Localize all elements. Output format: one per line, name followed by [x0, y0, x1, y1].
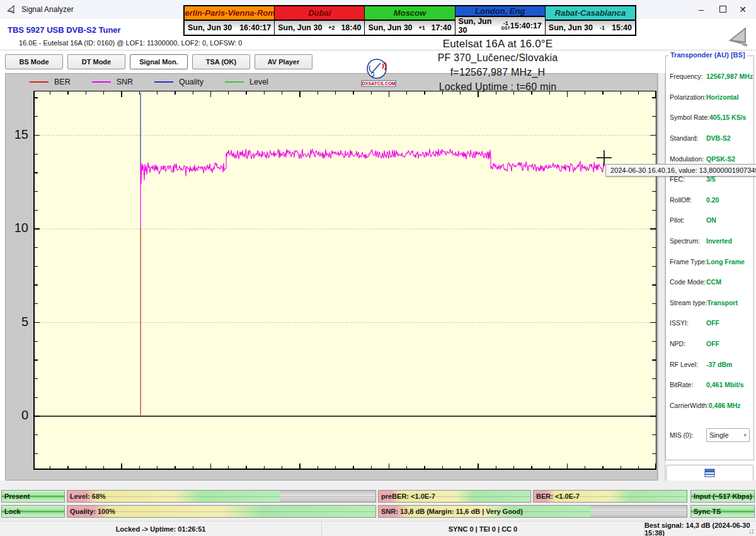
- signal-indicators: PresentLevel: 68%preBER: <1.0E-7BER: <1.…: [0, 481, 756, 521]
- legend-swatch: [154, 81, 173, 83]
- legend-label: BER: [54, 78, 71, 86]
- mis-row: MIS (0): Single ▾: [670, 428, 750, 442]
- transponder-label: Frame Type:: [670, 258, 707, 265]
- y-axis-label-15: 15: [9, 127, 28, 142]
- clock-utc-offset: +1: [418, 25, 425, 30]
- minimize-button[interactable]: –: [690, 0, 712, 19]
- clock-1: DubaiSun, Jun 30+218:40: [274, 6, 364, 35]
- transponder-label: Spectrum:: [670, 237, 706, 245]
- transponder-value: 0,486 MHz: [709, 402, 741, 409]
- transponder-value: 0.20: [706, 196, 719, 204]
- clock-value: 15:40: [612, 23, 632, 32]
- transponder-label: FEC:: [670, 175, 706, 183]
- indicator-bar-snr: SNR: 13,8 dB (Margin: 11,6 dB | Very Goo…: [378, 505, 687, 518]
- legend-item-snr: SNR: [92, 78, 133, 86]
- location-title: PF 370_Lučenec/Slovakia: [372, 52, 624, 64]
- transponder-row-issyi-: ISSYI:OFF: [670, 313, 752, 334]
- transponder-row-symbol-rate-: Symbol Rate:405,15 KS/s: [670, 107, 752, 128]
- transponder-label: Modulation:: [670, 155, 706, 163]
- signal-analyzer-window: Signal Analyzer – ✕ Berlin-Paris-Vienna-…: [0, 0, 756, 536]
- clock-3: London, EngSun, Jun 30-1DST15:40:17: [455, 6, 545, 35]
- transponder-label: Symbol Rate:: [670, 114, 709, 121]
- satellite-dish-icon: [726, 24, 751, 50]
- mode-button-signal-mon-[interactable]: Signal Mon.: [130, 54, 188, 69]
- clock-4: Rabat-CasablancaSun, Jun 30-115:40: [545, 6, 635, 35]
- clock-date: Sun, Jun 30: [368, 23, 412, 32]
- transponder-value: 405,15 KS/s: [709, 114, 746, 121]
- tuner-details: 16.0E - Eutelsat 16A (ID: 0160) @ LOF1: …: [19, 39, 242, 47]
- transponder-row-carrierwidth-: CarrierWidth:0,486 MHz: [670, 395, 752, 416]
- frequency-title: f=12567,987 MHz_H: [372, 67, 624, 78]
- clock-date: Sun, Jun 30: [188, 23, 232, 32]
- indicator-label: SNR: 13,8 dB (Margin: 11,6 dB | Very Goo…: [381, 508, 523, 515]
- transponder-label: RF Level:: [670, 361, 706, 368]
- clock-value: 15:40:17: [510, 21, 542, 30]
- mode-button-dt-mode[interactable]: DT Mode: [67, 54, 125, 69]
- transponder-row-frame-type-: Frame Type:Long Frame: [670, 251, 752, 272]
- mis-select[interactable]: Single ▾: [706, 428, 750, 442]
- y-axis-label-5: 5: [9, 315, 28, 329]
- clock-city: Moscow: [365, 6, 454, 21]
- clock-time: Sun, Jun 3016:40:17: [185, 21, 274, 35]
- mode-button-bs-mode[interactable]: BS Mode: [5, 54, 63, 69]
- transponder-panel: Transponder (AU) [BS] Frequency:12567,98…: [665, 55, 754, 460]
- indicator-label: preBER: <1.0E-7: [381, 492, 435, 500]
- legend-item-level: Level: [225, 78, 268, 86]
- transponder-row-frequency-: Frequency:12567,987 MHz: [670, 66, 752, 87]
- y-axis-label-10: 10: [9, 221, 28, 235]
- transponder-value: Long Frame: [707, 258, 745, 265]
- indicator-bar-level: Level: 68%: [67, 490, 376, 503]
- transponder-value: QPSK-S2: [706, 155, 735, 163]
- transponder-panel-title: Transponder (AU) [BS]: [668, 51, 747, 59]
- clock-time: Sun, Jun 30+218:40: [275, 21, 364, 35]
- mode-button-av-player[interactable]: AV Player: [255, 54, 312, 69]
- clock-date: Sun, Jun 30: [278, 23, 322, 32]
- clock-city: Dubai: [275, 6, 364, 21]
- signal-chart-plot[interactable]: [33, 91, 656, 472]
- clock-utc-offset: -1DST: [501, 21, 510, 31]
- transponder-label: BitRate:: [670, 381, 706, 388]
- transponder-row-polarization-: Polarization:Horizontal: [670, 87, 752, 108]
- mode-button-tsa-ok-[interactable]: TSA (OK): [192, 54, 250, 69]
- indicator-bar-sync-ts: Sync TS: [690, 505, 755, 518]
- dxsatcs-logo: DXSATCS.COM: [359, 58, 398, 90]
- statusbar-best-signal: Best signal: 14,3 dB (2024-06-30 15:38): [644, 521, 756, 536]
- y-axis-label-0: 0: [9, 408, 28, 422]
- transponder-row-bitrate-: BitRate:0,461 Mbit/s: [670, 375, 752, 395]
- indicator-label: Sync TS: [694, 508, 721, 515]
- transponder-label: Polarization:: [670, 93, 706, 101]
- satellite-title: Eutelsat 16A at 16.0°E: [372, 38, 624, 50]
- transponder-label: Code Mode:: [670, 278, 706, 286]
- clock-time: Sun, Jun 30-1DST15:40:17: [455, 17, 545, 35]
- clock-utc-offset: -1: [600, 25, 605, 30]
- transponder-row-rf-level-: RF Level:-37 dBm: [670, 354, 752, 375]
- resize-grip[interactable]: [747, 527, 753, 533]
- legend-swatch: [30, 81, 49, 83]
- transponder-label: NPD:: [670, 340, 706, 347]
- signal-chart[interactable]: [33, 91, 656, 470]
- clock-value: 18:40: [341, 23, 361, 32]
- clock-utc-offset: +2: [328, 25, 335, 30]
- panel-splitter[interactable]: [658, 73, 665, 481]
- close-button[interactable]: ✕: [732, 0, 753, 19]
- indicator-label: Lock: [4, 508, 21, 515]
- clock-time: Sun, Jun 30-115:40: [546, 21, 635, 35]
- legend-label: Level: [249, 78, 268, 86]
- mis-selected-value: Single: [709, 431, 729, 439]
- transponder-value: Horizontal: [706, 93, 738, 101]
- transponder-row-npd-: NPD:OFF: [670, 334, 752, 354]
- window-title: Signal Analyzer: [21, 5, 74, 14]
- transponder-row-pilot-: Pilot:ON: [670, 210, 752, 231]
- indicator-bar-present: Present: [1, 490, 65, 503]
- uptime-title: Locked Uptime : t=60 min: [372, 81, 624, 93]
- statusbar-uptime: Locked -> Uptime: 01:26:51: [0, 521, 322, 536]
- clock-city: London, Eng: [455, 6, 545, 17]
- transponder-row-stream-type-: Stream type:Transport: [670, 293, 752, 313]
- transponder-value: ON: [706, 216, 716, 224]
- clock-value: 16:40:17: [239, 23, 271, 32]
- legend-item-ber: BER: [30, 78, 71, 86]
- maximize-button[interactable]: [712, 0, 733, 19]
- indicator-label: Present: [4, 492, 30, 500]
- legend-label: SNR: [117, 78, 133, 86]
- list-icon: [704, 469, 715, 480]
